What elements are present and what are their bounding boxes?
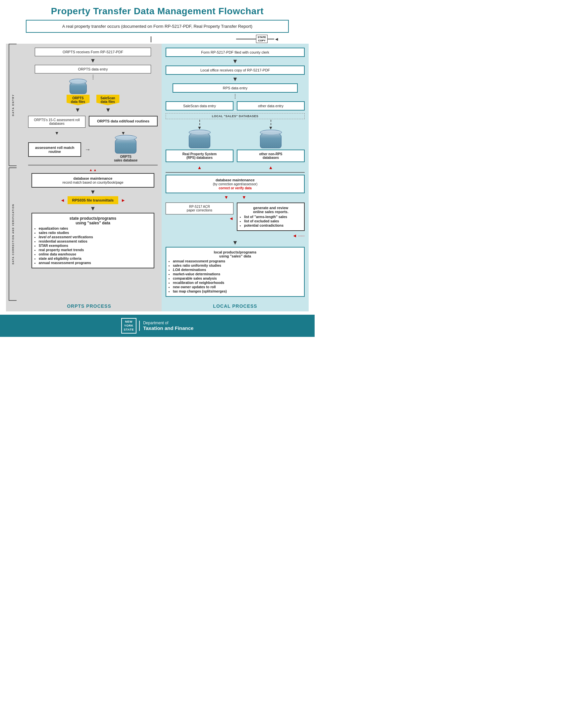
state-products-list: equalization rates sales ratio studies l… xyxy=(35,226,151,265)
local-products-list: annual reassessment programs sales ratio… xyxy=(169,259,302,293)
flowchart-area: A real property transfer occurs (documen… xyxy=(0,20,315,315)
arrow-15c: ▼ xyxy=(28,130,85,136)
generate-review-box: generate and reviewonline sales reports.… xyxy=(237,203,305,231)
salescan-data-entry-box: SaleScan data entry xyxy=(165,101,233,111)
rp5217-acr-box: RP-5217 ACRpaper corrections xyxy=(165,203,233,214)
db-maintenance-left-box: database maintenance record match based … xyxy=(31,173,154,188)
top-description-box: A real property transfer occurs (documen… xyxy=(26,20,289,33)
orpts-db-icon xyxy=(70,81,87,94)
rps-databases-box: Real Property System(RPS) databases xyxy=(165,150,233,162)
data-correction-label: DATA CORRECTION AND VERIFICATION xyxy=(12,204,14,264)
arrow-right-icon: → xyxy=(84,146,90,153)
rps-db-icon xyxy=(189,132,210,148)
other-non-rps-box: other non-RPSdatabases xyxy=(237,150,305,162)
other-db-icon xyxy=(260,132,282,148)
arrow-local-office: ▼ xyxy=(165,76,305,82)
nys-logo-text: NEWYORKSTATE xyxy=(124,320,134,332)
left-section-labels: DATA ENTRY DATA CORRECTION AND VERIFICAT… xyxy=(6,44,17,301)
arrow1: ▼ xyxy=(28,58,158,64)
orpts-receives-text: ORPTS receives Form RP-5217-PDF xyxy=(63,50,123,54)
footer-dept-text: Department of Taxation and Finance xyxy=(139,321,193,331)
bottom-labels: ORPTS PROCESS LOCAL PROCESS xyxy=(6,301,309,311)
red-arrow-rps: ▲ xyxy=(165,165,233,170)
local-process-label: LOCAL PROCESS xyxy=(162,301,309,311)
assessment-roll-match-box: assessment roll match routine xyxy=(28,142,81,157)
state-copy-label: STATE COPY xyxy=(256,35,267,43)
red-arrow-down-1: ▼ xyxy=(224,195,228,200)
arrow-to-local-products: ▼ xyxy=(165,240,305,246)
orpts-column: ORPTS receives Form RP-5217-PDF ▼ ORPTS … xyxy=(17,44,162,301)
dept-line2: Taxation and Finance xyxy=(143,325,193,331)
red-arrow-up-left: ▲ ▲ xyxy=(28,168,158,172)
other-data-entry-box: other data entry xyxy=(237,101,305,111)
page: Property Transfer Data Management Flowch… xyxy=(0,0,315,337)
red-arrow-generate: ◄ ····· xyxy=(293,233,305,238)
rps035-arrow-right: ► xyxy=(121,198,125,203)
nys-logo-box: NEWYORKSTATE xyxy=(121,318,137,334)
orpts-sales-db-icon xyxy=(115,137,136,154)
local-products-box: local products/programsusing "sales" dat… xyxy=(165,247,305,297)
orpts-data-entry-text: ORPTS data entry xyxy=(78,67,108,71)
orpts-15c-box: ORPTS's 15-C assessment roll databases xyxy=(28,116,85,128)
footer: NEWYORKSTATE Department of Taxation and … xyxy=(0,315,315,337)
local-column: Form RP-5217-PDF filed with county clerk… xyxy=(162,44,309,301)
arrow-orpts-files: ▼ xyxy=(75,107,81,113)
local-office-copy-box: Local office receives copy of RP-5217-PD… xyxy=(165,66,305,75)
dept-line1: Department of xyxy=(143,321,193,325)
red-arrow-acr: ◄ xyxy=(165,216,233,221)
data-entry-label: DATA ENTRY xyxy=(12,94,15,116)
red-arrow-non-rps: ▲ xyxy=(237,165,305,170)
arrow-dbmaint-left: ▼ xyxy=(28,189,158,195)
rps035-box: RPS035 file transmittals xyxy=(68,196,118,204)
state-products-box: state products/programsusing "sales" dat… xyxy=(31,213,154,268)
orpts-data-entry-box: ORPTS data entry xyxy=(35,65,151,73)
orpts-sales-db-label: ORPTSsales database xyxy=(114,155,137,162)
rps-data-entry-box: RPS data entry xyxy=(172,83,298,93)
top-description-text: A real property transfer occurs (documen… xyxy=(62,24,252,29)
red-arrow-down-2: ▼ xyxy=(242,195,246,200)
local-sales-label: LOCAL "SALES" DATABASES xyxy=(165,113,305,119)
db-maintenance-right-box: database maintenance (by correction agen… xyxy=(165,175,305,193)
orpts-receives-box: ORPTS receives Form RP-5217-PDF xyxy=(35,48,151,56)
orpts-process-label: ORPTS PROCESS xyxy=(17,301,162,311)
generate-list: list of "arms-length" sales list of excl… xyxy=(240,215,302,227)
arrow-after-rps035: ▼ xyxy=(28,205,158,211)
form-filed-box: Form RP-5217-PDF filed with county clerk xyxy=(165,48,305,57)
orpts-edit-load-box: ORPTS data edit/load routines xyxy=(89,116,158,126)
rps035-arrow-left: ◄ xyxy=(60,198,65,203)
correct-verify-text: correct or verify data xyxy=(218,186,252,190)
salescan-data-files-badge: SaleScandata files xyxy=(96,95,119,105)
footer-logo-area: NEWYORKSTATE Department of Taxation and … xyxy=(121,318,194,334)
orpts-data-files-badge: ORPTSdata files xyxy=(67,95,90,105)
arrow-form-filed: ▼ xyxy=(165,58,305,64)
arrow-salescan-files: ▼ xyxy=(105,107,111,113)
page-title: Property Transfer Data Management Flowch… xyxy=(0,0,315,20)
